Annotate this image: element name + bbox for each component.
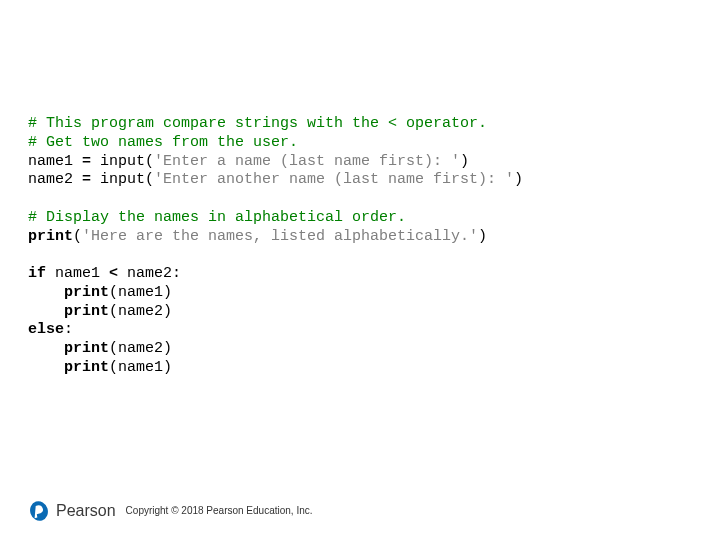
code-text: name1 <box>46 265 109 282</box>
code-text: name2 <box>28 171 82 188</box>
copyright-text: Copyright © 2018 Pearson Education, Inc. <box>126 505 313 518</box>
code-block: # This program compare strings with the … <box>28 115 700 378</box>
code-function: print <box>64 303 109 320</box>
code-indent <box>28 340 64 357</box>
code-text: (name2) <box>109 303 172 320</box>
pearson-logo-icon <box>28 500 50 522</box>
code-keyword: else <box>28 321 64 338</box>
code-text: ) <box>478 228 487 245</box>
code-function: print <box>64 359 109 376</box>
code-text: ( <box>73 228 82 245</box>
code-function: print <box>64 284 109 301</box>
code-operator: < <box>109 265 118 282</box>
code-comment: # This program compare strings with the … <box>28 115 487 132</box>
brand-name: Pearson <box>56 501 116 521</box>
code-function: print <box>64 340 109 357</box>
code-text: name2: <box>118 265 181 282</box>
code-text: (name1) <box>109 359 172 376</box>
code-indent <box>28 284 64 301</box>
code-text: ) <box>514 171 523 188</box>
code-text: input( <box>91 153 154 170</box>
code-text: input( <box>91 171 154 188</box>
code-string: 'Here are the names, listed alphabetical… <box>82 228 478 245</box>
code-text: name1 <box>28 153 82 170</box>
code-string: 'Enter a name (last name first): ' <box>154 153 460 170</box>
code-text: ) <box>460 153 469 170</box>
code-function: print <box>28 228 73 245</box>
footer: Pearson Copyright © 2018 Pearson Educati… <box>28 500 313 522</box>
code-indent <box>28 359 64 376</box>
code-text: (name1) <box>109 284 172 301</box>
code-text: : <box>64 321 73 338</box>
code-comment: # Display the names in alphabetical orde… <box>28 209 406 226</box>
code-indent <box>28 303 64 320</box>
code-text: (name2) <box>109 340 172 357</box>
code-comment: # Get two names from the user. <box>28 134 298 151</box>
code-operator: = <box>82 153 91 170</box>
code-keyword: if <box>28 265 46 282</box>
code-string: 'Enter another name (last name first): ' <box>154 171 514 188</box>
code-operator: = <box>82 171 91 188</box>
